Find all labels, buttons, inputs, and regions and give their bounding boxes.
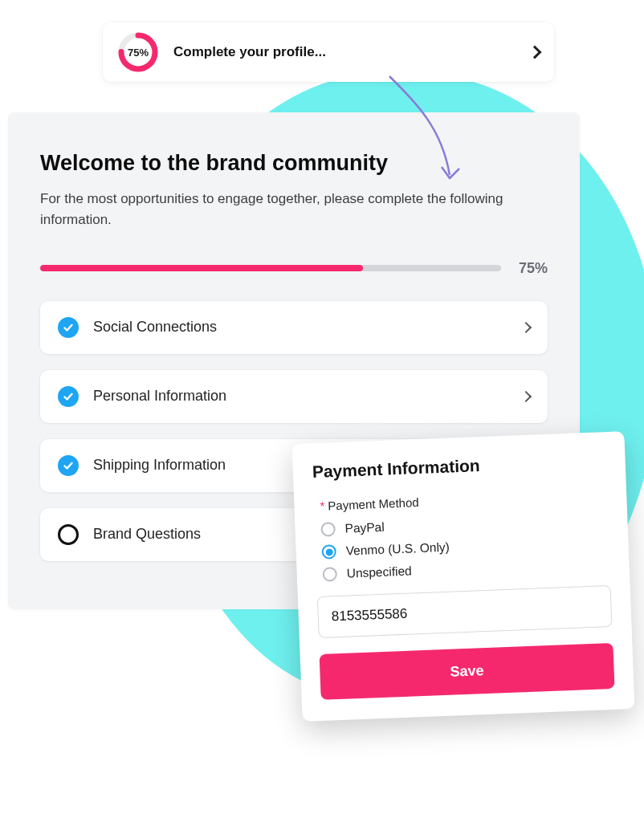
radio-venmo[interactable]: Venmo (U.S. Only) <box>321 534 609 560</box>
radio-icon <box>321 544 336 560</box>
chevron-right-icon <box>528 46 542 59</box>
card-heading: Welcome to the brand community <box>40 151 548 176</box>
radio-label: Unspecified <box>346 564 412 580</box>
banner-title: Complete your profile... <box>173 44 530 60</box>
progress-ring: 75% <box>117 31 159 73</box>
radio-label: Venmo (U.S. Only) <box>345 540 450 559</box>
progress-bar <box>40 265 501 271</box>
payment-method-radio-group: PayPal Venmo (U.S. Only) Unspecified <box>320 511 610 582</box>
section-label: Personal Information <box>93 388 522 405</box>
progress-percent-label: 75% <box>519 260 548 277</box>
section-label: Social Connections <box>93 319 522 336</box>
radio-icon <box>322 567 337 582</box>
payment-panel: Payment Information *Payment Method PayP… <box>292 431 635 722</box>
save-button[interactable]: Save <box>320 643 615 700</box>
payment-method-label: *Payment Method <box>320 488 607 513</box>
radio-icon <box>320 522 336 537</box>
section-social-connections[interactable]: Social Connections <box>40 301 548 354</box>
payment-account-input[interactable] <box>317 585 613 638</box>
chevron-right-icon <box>520 391 532 402</box>
chevron-right-icon <box>520 322 532 333</box>
payment-title: Payment Information <box>312 451 606 482</box>
radio-unspecified[interactable]: Unspecified <box>322 556 609 582</box>
radio-label: PayPal <box>344 520 385 536</box>
progress-bar-row: 75% <box>40 260 548 277</box>
check-icon <box>58 386 79 407</box>
complete-profile-banner[interactable]: 75% Complete your profile... <box>103 22 554 82</box>
radio-paypal[interactable]: PayPal <box>320 511 608 537</box>
check-icon <box>58 317 79 338</box>
progress-ring-label: 75% <box>128 47 149 59</box>
card-subtext: For the most opportunities to engage tog… <box>40 189 548 231</box>
progress-bar-fill <box>40 265 363 271</box>
check-icon <box>58 455 79 476</box>
required-marker: * <box>320 499 324 513</box>
section-personal-information[interactable]: Personal Information <box>40 370 548 423</box>
circle-empty-icon <box>58 524 79 545</box>
